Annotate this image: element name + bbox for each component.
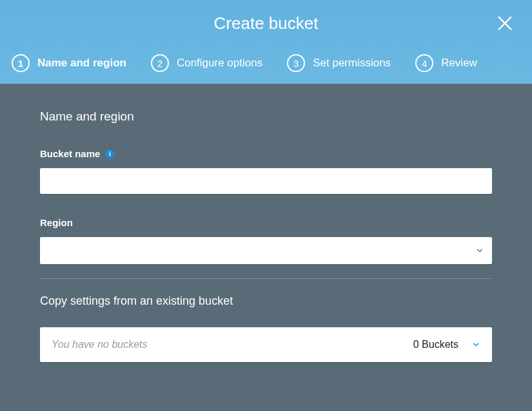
modal-body: Name and region Bucket name i Region Cop…: [0, 84, 532, 388]
section-title: Name and region: [40, 110, 492, 124]
copy-settings-placeholder: You have no buckets: [52, 339, 148, 350]
bucket-name-label-text: Bucket name: [40, 148, 100, 159]
step-number-icon: 2: [151, 54, 169, 72]
close-icon[interactable]: [496, 14, 514, 32]
step-number-icon: 3: [287, 54, 305, 72]
step-set-permissions[interactable]: 3 Set permissions: [287, 54, 391, 72]
step-label: Configure options: [177, 57, 262, 70]
step-label: Name and region: [37, 57, 126, 70]
divider: [40, 278, 492, 279]
modal-title: Create bucket: [214, 14, 319, 33]
bucket-name-label: Bucket name i: [40, 148, 492, 159]
title-row: Create bucket: [0, 0, 532, 46]
step-review[interactable]: 4 Review: [415, 54, 477, 72]
step-name-and-region[interactable]: 1 Name and region: [12, 54, 126, 72]
step-configure-options[interactable]: 2 Configure options: [151, 54, 262, 72]
region-select[interactable]: [40, 237, 492, 264]
step-label: Review: [441, 57, 477, 70]
chevron-down-icon: [475, 246, 484, 255]
chevron-down-icon: [471, 340, 480, 349]
modal-header: Create bucket 1 Name and region 2 Config…: [0, 0, 532, 84]
info-icon[interactable]: i: [105, 149, 114, 158]
bucket-name-input[interactable]: [40, 168, 492, 194]
step-number-icon: 1: [12, 54, 30, 72]
copy-settings-title: Copy settings from an existing bucket: [40, 294, 492, 308]
wizard-steps: 1 Name and region 2 Configure options 3 …: [0, 46, 532, 84]
step-number-icon: 4: [415, 54, 433, 72]
bucket-count: 0 Buckets: [413, 339, 458, 350]
copy-settings-select[interactable]: You have no buckets 0 Buckets: [40, 327, 492, 362]
copy-settings-right: 0 Buckets: [413, 339, 480, 350]
region-label: Region: [40, 217, 492, 228]
step-label: Set permissions: [313, 57, 391, 70]
